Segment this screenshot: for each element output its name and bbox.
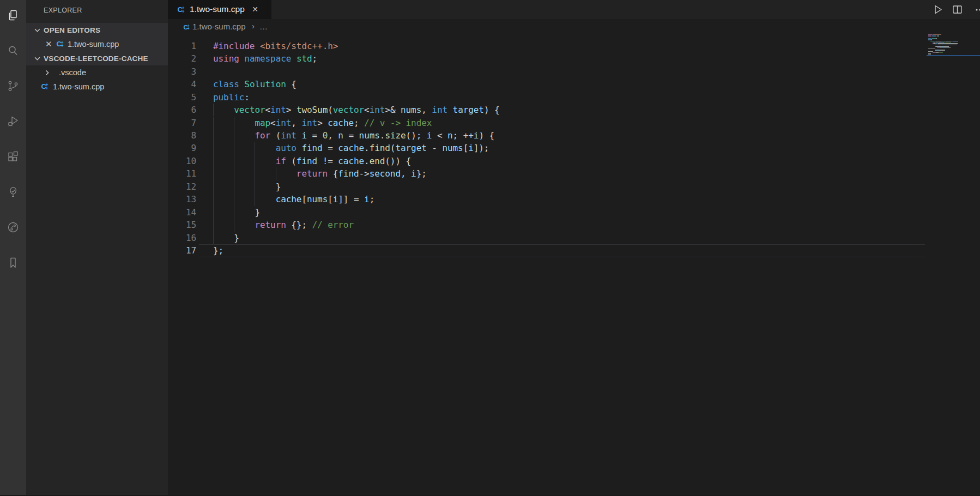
chevron-right-icon bbox=[44, 69, 51, 76]
code-line[interactable]: return {find->second, i}; bbox=[213, 168, 427, 179]
line-number: 12 bbox=[168, 182, 196, 192]
split-editor-button[interactable] bbox=[951, 3, 964, 16]
minimap-current-line bbox=[927, 55, 980, 56]
chevron-down-icon bbox=[34, 27, 41, 34]
test-tree-icon[interactable] bbox=[0, 179, 26, 205]
code-line[interactable]: } bbox=[213, 207, 260, 217]
sidebar-title: EXPLORER bbox=[44, 7, 82, 14]
tab-bar: C++ 1.two-sum.cpp ✕ bbox=[168, 0, 980, 19]
code-line[interactable]: } bbox=[213, 182, 281, 192]
line-number: 14 bbox=[168, 207, 196, 217]
line-number: 16 bbox=[168, 233, 196, 243]
activity-bar bbox=[0, 0, 26, 496]
tab-close-icon[interactable]: ✕ bbox=[250, 4, 260, 14]
tab-two-sum[interactable]: C++ 1.two-sum.cpp ✕ bbox=[168, 0, 271, 19]
code-line[interactable]: auto find = cache.find(target - nums[i])… bbox=[213, 143, 489, 153]
section-open-editors[interactable]: OPEN EDITORS bbox=[26, 23, 168, 37]
code-line[interactable]: if (find != cache.end()) { bbox=[213, 156, 411, 166]
code-line[interactable]: class Solution { bbox=[213, 79, 297, 89]
tree-item-cpp-file[interactable]: C++ 1.two-sum.cpp bbox=[26, 80, 168, 94]
line-number: 4 bbox=[168, 79, 196, 89]
code-line[interactable]: }; bbox=[213, 245, 223, 256]
run-debug-icon[interactable] bbox=[0, 108, 26, 135]
breadcrumb[interactable]: C++ 1.two-sum.cpp › … bbox=[168, 19, 980, 34]
more-actions-button[interactable] bbox=[974, 3, 980, 16]
svg-text:+: + bbox=[182, 9, 184, 14]
code-line[interactable]: using namespace std; bbox=[213, 53, 317, 64]
sidebar-explorer: EXPLORER OPEN EDITORS ✕ C++ 1.two-sum.cp… bbox=[26, 0, 168, 496]
code-editor[interactable]: 1#include <bits/stdc++.h>2using namespac… bbox=[168, 34, 980, 496]
cpp-file-icon: C++ bbox=[177, 5, 185, 16]
search-icon[interactable] bbox=[0, 38, 26, 64]
code-line[interactable]: public: bbox=[213, 92, 250, 102]
code-line[interactable]: return {}; // error bbox=[213, 220, 354, 230]
line-number: 6 bbox=[168, 105, 196, 115]
breadcrumb-separator: › bbox=[252, 21, 255, 31]
source-control-icon[interactable] bbox=[0, 73, 26, 99]
svg-text:+: + bbox=[61, 43, 63, 48]
line-number: 11 bbox=[168, 168, 196, 179]
chevron-down-icon bbox=[34, 55, 41, 62]
line-number: 3 bbox=[168, 66, 196, 77]
line-number: 2 bbox=[168, 53, 196, 64]
code-line[interactable]: map<int, int> cache; // v -> index bbox=[213, 118, 432, 128]
code-line[interactable]: for (int i = 0, n = nums.size(); i < n; … bbox=[213, 130, 494, 141]
current-line-border bbox=[199, 257, 925, 257]
editor-group: C++ 1.two-sum.cpp ✕ C++ 1.two-sum.cpp › … bbox=[168, 0, 980, 496]
line-number: 15 bbox=[168, 220, 196, 230]
code-line[interactable]: #include <bits/stdc++.h> bbox=[213, 41, 338, 51]
code-line[interactable]: } bbox=[213, 233, 239, 243]
line-number: 7 bbox=[168, 118, 196, 128]
line-number: 17 bbox=[168, 245, 196, 256]
tree-item-vscode-folder[interactable]: .vscode bbox=[26, 65, 168, 80]
cpp-file-icon: C++ bbox=[183, 23, 190, 32]
line-number: 13 bbox=[168, 194, 196, 204]
commit-graph-icon[interactable] bbox=[0, 214, 26, 240]
svg-text:+: + bbox=[45, 86, 48, 90]
open-editor-item[interactable]: ✕ C++ 1.two-sum.cpp bbox=[26, 37, 168, 51]
current-line-border bbox=[199, 244, 925, 245]
code-line[interactable]: vector<int> twoSum(vector<int>& nums, in… bbox=[213, 105, 500, 115]
line-number: 10 bbox=[168, 156, 196, 166]
line-number: 1 bbox=[168, 41, 196, 51]
breadcrumb-more[interactable]: … bbox=[259, 22, 268, 31]
files-icon[interactable] bbox=[0, 2, 26, 28]
section-workspace[interactable]: VSCODE-LEETCODE-CACHE bbox=[26, 51, 168, 65]
line-number: 8 bbox=[168, 130, 196, 141]
bookmark-icon[interactable] bbox=[0, 250, 26, 276]
cpp-file-icon: C++ bbox=[56, 40, 64, 50]
run-button[interactable] bbox=[931, 3, 944, 16]
svg-text:+: + bbox=[187, 26, 189, 31]
line-number: 9 bbox=[168, 143, 196, 153]
cpp-file-icon: C++ bbox=[41, 82, 49, 92]
extensions-icon[interactable] bbox=[0, 143, 26, 170]
code-line[interactable]: cache[nums[i]] = i; bbox=[213, 194, 374, 204]
close-icon[interactable]: ✕ bbox=[45, 39, 52, 49]
line-number: 5 bbox=[168, 92, 196, 102]
